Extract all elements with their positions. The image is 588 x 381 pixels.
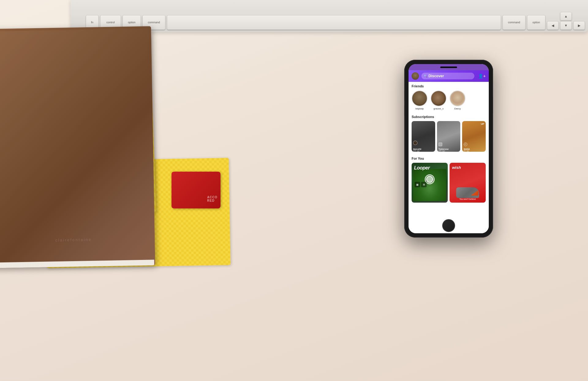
looper-title: Looper [414, 165, 430, 171]
arrow-up-key: ▲ [560, 12, 572, 21]
friend-name-darcy: Darcy [454, 107, 461, 110]
subscriptions-section-label: Subscriptions [409, 112, 489, 120]
option-key-right: option [527, 15, 545, 30]
friends-row: bdpbdp gracee_x Darcy [409, 89, 489, 112]
add-friend-icon[interactable]: 👤+ [478, 74, 486, 78]
phone-volume-up-button [404, 90, 405, 101]
friend-name-gracee: gracee_x [434, 107, 444, 110]
camera-inner-circle [426, 176, 433, 183]
red-card: ACCORED [172, 172, 221, 208]
app-header[interactable]: 🔍 Discover 👤+ [409, 70, 489, 82]
for-you-wish[interactable]: wish You won't believe [450, 163, 486, 203]
for-you-row: Looper ▦ ⊞ wish [409, 162, 489, 205]
sub-time-1: 10h ago [413, 150, 420, 152]
up-icon: UP [481, 123, 484, 125]
user-avatar[interactable] [412, 72, 419, 80]
arrow-down-key: ▼ [560, 21, 572, 30]
red-card-text: ACCORED [207, 196, 217, 202]
subscription-nasa[interactable]: UP ⏱ NASA 6h ago [462, 121, 486, 152]
friend-avatar-gracee[interactable] [431, 90, 447, 106]
subscriptions-row: ibenst3r 10h ago Toblerone 19h ago UP [409, 120, 489, 154]
notebook-brand: clairefontaine [55, 237, 92, 242]
phone: 🔍 Discover 👤+ Friends bdpbdp gr [404, 60, 493, 238]
friend-item[interactable]: Darcy [450, 90, 466, 110]
keyboard-row: fn control option command command option… [83, 12, 588, 30]
discover-title: Discover [428, 74, 444, 78]
arrow-left-key: ◀ [547, 21, 559, 30]
phone-power-button [493, 97, 493, 113]
friend-avatar-bdpbdp[interactable] [412, 90, 428, 106]
app-content: Friends bdpbdp gracee_x Darcy [409, 82, 489, 233]
app-ui: 🔍 Discover 👤+ Friends bdpbdp gr [409, 64, 489, 233]
wish-subtitle: You won't believe [452, 198, 483, 200]
friends-section-label: Friends [409, 82, 489, 89]
friend-item[interactable]: gracee_x [431, 90, 447, 110]
brown-notebook: clairefontaine [0, 26, 155, 268]
search-icon: 🔍 [424, 74, 427, 78]
for-you-looper[interactable]: Looper ▦ ⊞ [412, 163, 448, 203]
friend-item[interactable]: bdpbdp [412, 90, 428, 110]
sub-time-2: 19h ago [439, 150, 445, 152]
for-you-section-label: For You [409, 154, 489, 162]
nasa-timer-icon: ⏱ [464, 143, 467, 146]
phone-screen: 🔍 Discover 👤+ Friends bdpbdp gr [409, 64, 489, 233]
subscription-ibenst3r[interactable]: ibenst3r 10h ago [412, 121, 435, 152]
friend-avatar-darcy[interactable] [450, 90, 466, 106]
toblerone-icon [439, 143, 442, 146]
shoe-image [455, 183, 480, 198]
subscription-toblerone[interactable]: Toblerone 19h ago [437, 121, 461, 152]
command-key-right: command [503, 15, 526, 30]
phone-home-button[interactable] [442, 219, 455, 232]
space-key [167, 15, 501, 30]
phone-volume-down-button [404, 105, 405, 116]
snap-icon-1[interactable]: ▦ [415, 182, 420, 187]
phone-speaker [440, 67, 457, 68]
discover-search-bar[interactable]: 🔍 Discover [421, 73, 474, 79]
arrow-right-key: ▶ [573, 21, 585, 30]
snap-bottom-icons: ▦ ⊞ [415, 182, 427, 187]
sub-user-icon-1 [413, 141, 417, 145]
wish-title: wish [452, 165, 461, 170]
snap-icon-2[interactable]: ⊞ [421, 182, 427, 187]
friend-name-bdpbdp: bdpbdp [416, 107, 424, 110]
sub-time-3: 6h ago [464, 150, 469, 152]
